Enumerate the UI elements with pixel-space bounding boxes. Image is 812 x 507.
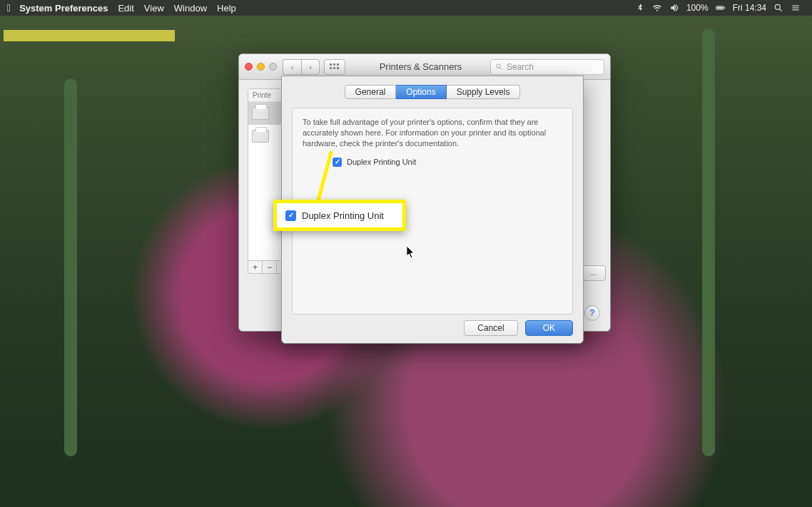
battery-icon[interactable] bbox=[716, 3, 726, 13]
cancel-button[interactable]: Cancel bbox=[464, 320, 517, 336]
svg-line-4 bbox=[780, 9, 782, 11]
grid-icon bbox=[330, 63, 340, 71]
svg-rect-1 bbox=[716, 7, 723, 9]
svg-point-8 bbox=[497, 64, 501, 68]
search-icon bbox=[495, 63, 503, 71]
volume-icon[interactable] bbox=[669, 3, 679, 13]
wifi-icon[interactable] bbox=[652, 3, 662, 13]
show-all-button[interactable] bbox=[324, 59, 345, 75]
notification-center-icon[interactable] bbox=[791, 3, 801, 13]
annotation-highlight-bar bbox=[4, 30, 175, 41]
window-title: Printers & Scanners bbox=[351, 61, 490, 72]
close-window-button[interactable] bbox=[245, 63, 253, 71]
sheet-tabs: General Options Supply Levels bbox=[282, 85, 583, 99]
tab-general[interactable]: General bbox=[345, 85, 397, 99]
duplex-label-zoom: Duplex Printing Unit bbox=[302, 210, 384, 221]
search-field[interactable]: Search bbox=[490, 59, 604, 75]
tab-options[interactable]: Options bbox=[396, 85, 446, 99]
annotation-callout: Duplex Printing Unit bbox=[273, 200, 406, 231]
bluetooth-icon[interactable] bbox=[635, 3, 645, 13]
clock[interactable]: Fri 14:34 bbox=[733, 3, 766, 13]
search-placeholder: Search bbox=[507, 62, 534, 72]
zoom-window-button bbox=[269, 63, 277, 71]
apple-menu-icon[interactable]:  bbox=[7, 2, 11, 14]
menu-window[interactable]: Window bbox=[174, 3, 207, 14]
duplex-checkbox-zoom bbox=[285, 210, 296, 221]
mouse-cursor bbox=[407, 246, 415, 259]
menu-help[interactable]: Help bbox=[217, 3, 236, 14]
svg-point-3 bbox=[775, 4, 780, 9]
menu-view[interactable]: View bbox=[144, 3, 164, 14]
duplex-checkbox[interactable] bbox=[333, 158, 342, 167]
remove-printer-button[interactable]: − bbox=[263, 261, 277, 273]
menu-bar:  System Preferences Edit View Window He… bbox=[0, 0, 812, 16]
minimize-window-button[interactable] bbox=[257, 63, 265, 71]
options-popup-button[interactable]: ... bbox=[582, 265, 606, 281]
printer-icon bbox=[252, 130, 269, 143]
add-printer-button[interactable]: + bbox=[248, 261, 263, 273]
svg-line-9 bbox=[500, 68, 502, 69]
app-name[interactable]: System Preferences bbox=[19, 3, 108, 14]
duplex-checkbox-label: Duplex Printing Unit bbox=[347, 158, 416, 166]
printer-icon bbox=[252, 107, 269, 120]
menu-edit[interactable]: Edit bbox=[118, 3, 133, 14]
svg-rect-2 bbox=[724, 7, 725, 9]
spotlight-icon[interactable] bbox=[773, 3, 783, 13]
options-description: To take full advantage of your printer's… bbox=[303, 117, 562, 149]
help-button[interactable]: ? bbox=[584, 305, 600, 321]
ok-button[interactable]: OK bbox=[525, 320, 573, 336]
back-button[interactable]: ‹ bbox=[283, 59, 301, 75]
tab-supply-levels[interactable]: Supply Levels bbox=[447, 85, 521, 99]
forward-button: › bbox=[301, 59, 320, 75]
battery-percent: 100% bbox=[686, 3, 709, 13]
